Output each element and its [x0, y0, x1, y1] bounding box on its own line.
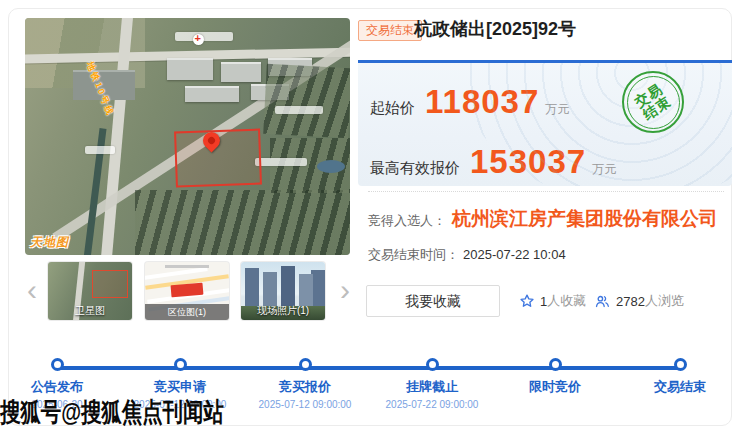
thumbnail-map-title-bar — [165, 265, 209, 268]
timeline-step-bid: 竞买报价 2025-07-12 09:00:00 — [235, 358, 375, 411]
map-provider-logo: 天地图 — [30, 234, 69, 251]
winner-value: 杭州滨江房产集团股份有限公司 — [452, 206, 718, 232]
hospital-marker-icon — [193, 34, 204, 45]
timeline-step-label: 挂牌截止 — [406, 378, 458, 396]
land-auction-page: 地铁10号线 天地图 ‹ › 卫星图 区位图(1) 现场照片(1) 交易结束 杭… — [0, 0, 740, 434]
thumbnail-label: 卫星图 — [48, 304, 132, 318]
map-label-chip — [275, 106, 323, 114]
timeline-step-listing-deadline: 挂牌截止 2025-07-22 09:00:00 — [362, 358, 502, 411]
thumbnail-buildings — [245, 268, 259, 308]
status-badge: 交易结束 — [358, 20, 422, 41]
carousel-prev-icon[interactable]: ‹ — [27, 274, 37, 306]
timeline-step-label: 限时竞价 — [529, 378, 581, 396]
favorite-stat: 1 人收藏 — [519, 292, 586, 310]
winner-label: 竞得入选人： — [368, 212, 446, 230]
thumbnail-parcel-blob — [171, 283, 204, 298]
view-stat: 2782 人浏览 — [594, 292, 684, 310]
timeline-step-label: 公告发布 — [31, 378, 83, 396]
timeline-step-label: 交易结束 — [654, 378, 706, 396]
carousel-next-icon[interactable]: › — [340, 274, 350, 306]
highest-bid-label: 最高有效报价 — [370, 159, 460, 178]
timeline-step-deal-closed: 交易结束 — [610, 358, 740, 411]
thumbnail-satellite[interactable]: 卫星图 — [48, 262, 132, 320]
page-title: 杭政储出[2025]92号 — [414, 17, 576, 41]
timeline-node-icon — [549, 358, 562, 371]
viewers-icon — [594, 293, 611, 310]
thumbnail-site-photo[interactable]: 现场照片(1) — [241, 262, 325, 320]
favorite-button[interactable]: 我要收藏 — [366, 285, 500, 317]
map-label-chip — [175, 32, 233, 41]
start-price-label: 起始价 — [370, 99, 415, 118]
map-pond — [317, 160, 345, 173]
watermark: 搜狐号@搜狐焦点刊闻站 — [0, 395, 224, 431]
satellite-map-image[interactable]: 地铁10号线 天地图 — [25, 18, 350, 255]
timeline-node-icon — [174, 358, 187, 371]
timeline-step-date: 2025-07-22 09:00:00 — [386, 399, 479, 411]
timeline-node-icon — [426, 358, 439, 371]
map-label-chip — [255, 158, 307, 166]
winner-row: 竞得入选人： 杭州滨江房产集团股份有限公司 — [368, 206, 718, 232]
start-price-value: 118037 — [425, 85, 539, 118]
section-divider — [368, 191, 724, 192]
media-thumbnail-strip: ‹ › 卫星图 区位图(1) 现场照片(1) — [25, 260, 350, 324]
thumbnail-label: 现场照片(1) — [241, 304, 325, 318]
favorite-suffix: 人收藏 — [547, 292, 586, 310]
timeline-step-label: 竞买报价 — [279, 378, 331, 396]
map-residential-area — [135, 190, 350, 255]
favorite-count: 1 — [540, 294, 547, 309]
view-count: 2782 — [616, 294, 645, 309]
timeline-node-icon — [674, 358, 687, 371]
star-icon — [519, 293, 535, 309]
end-time-row: 交易结束时间：2025-07-22 10:04 — [368, 246, 566, 264]
deal-closed-stamp: 交易 结束 — [622, 71, 684, 133]
map-residential-area — [263, 64, 350, 138]
timeline-step-date: 2025-07-12 09:00:00 — [259, 399, 352, 411]
map-warehouse — [221, 62, 261, 82]
map-warehouse — [167, 58, 213, 80]
highest-bid-unit: 万元 — [592, 161, 616, 178]
thumbnail-label: 区位图(1) — [145, 304, 229, 320]
map-label-chip — [85, 146, 115, 154]
end-time-label: 交易结束时间： — [368, 247, 459, 262]
thumbnail-location-map[interactable]: 区位图(1) — [145, 262, 229, 320]
timeline-node-icon — [51, 358, 64, 371]
timeline-step-label: 竞买申请 — [154, 378, 206, 396]
timeline-step-limited-bidding: 限时竞价 — [485, 358, 625, 411]
start-price-unit: 万元 — [545, 101, 569, 118]
view-suffix: 人浏览 — [645, 292, 684, 310]
timeline-node-icon — [299, 358, 312, 371]
map-warehouse — [185, 86, 239, 102]
highest-bid-value: 153037 — [470, 145, 586, 178]
end-time-value: 2025-07-22 10:04 — [463, 247, 566, 262]
